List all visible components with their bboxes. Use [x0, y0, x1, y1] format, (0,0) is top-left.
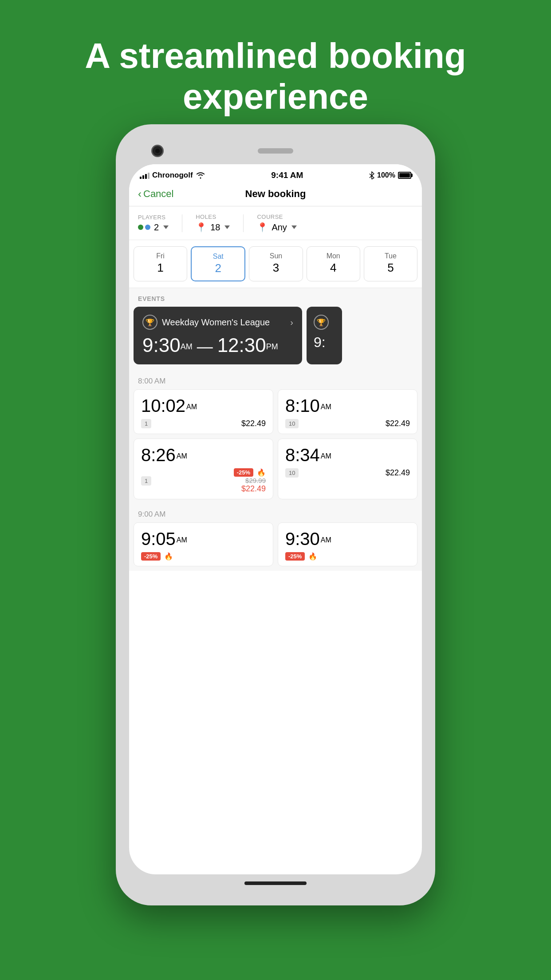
home-indicator [244, 881, 307, 885]
hot-icon-5: 🔥 [164, 552, 173, 561]
timeslot-834[interactable]: 8:34AM 10 $22.49 [278, 439, 417, 499]
timeslot-810[interactable]: 8:10AM 10 $22.49 [278, 389, 417, 434]
battery-percent: 100% [377, 171, 395, 179]
phone-frame: Chronogolf 9:41 AM 100% [116, 124, 435, 905]
filter-divider-1 [182, 214, 182, 232]
timeslot-time-row-6: 9:30AM [285, 530, 410, 548]
back-chevron-icon: ‹ [138, 188, 142, 200]
event-name: Weekday Women's League [162, 317, 270, 328]
timeslot-905[interactable]: 9:05AM -25% 🔥 [134, 522, 273, 566]
event-card-partial: 🏆 9: [307, 307, 342, 364]
signal-bars-icon [140, 172, 150, 179]
date-day-3: Mon [311, 252, 356, 260]
timeslot-suffix-5: AM [177, 536, 187, 544]
nav-bar: ‹ Cancel New booking [129, 184, 422, 206]
discount-badge-5: -25% [141, 552, 161, 561]
timeslot-time-3: 8:26 [141, 445, 176, 465]
timeslot-price-2: $22.49 [386, 419, 410, 428]
event-title-left: 🏆 Weekday Women's League [142, 315, 270, 330]
timeslot-suffix-6: AM [321, 536, 331, 544]
course-filter[interactable]: COURSE 📍 Any [257, 213, 296, 233]
discount-badge: -25% [234, 468, 253, 477]
trophy-icon-partial: 🏆 [314, 315, 329, 330]
discount-row-5: -25% 🔥 [141, 552, 173, 561]
date-day-4: Tue [368, 252, 413, 260]
bluetooth-icon [369, 171, 374, 179]
events-header: EVENTS [129, 288, 422, 307]
events-scroll: 🏆 Weekday Women's League › 9:30AM — 1 [129, 307, 422, 371]
holes-value-row: 📍 18 [196, 222, 230, 233]
partial-time: 9: [314, 334, 335, 351]
battery-icon [398, 172, 411, 179]
cancel-button[interactable]: ‹ Cancel [138, 188, 173, 200]
status-right: 100% [369, 171, 411, 179]
event-end-time: 12:30PM [217, 334, 278, 356]
timeslot-826[interactable]: 8:26AM 1 -25% 🔥 $29.99 $22.49 [134, 439, 273, 499]
discount-row-6: -25% 🔥 [285, 552, 317, 561]
date-day-1: Sat [195, 253, 241, 261]
date-num-1: 2 [195, 261, 241, 275]
player-dot-1 [138, 225, 143, 230]
timeslot-footer: 1 $22.49 [141, 419, 266, 428]
holes-label: HOLES [196, 213, 230, 220]
timeslot-footer-2: 10 $22.49 [285, 419, 410, 428]
date-num-0: 1 [138, 261, 183, 275]
cancel-label: Cancel [143, 188, 173, 200]
hot-icon-6: 🔥 [308, 552, 317, 561]
date-fri-1[interactable]: Fri 1 [134, 246, 187, 281]
timeslot-suffix: AM [186, 403, 197, 411]
timeslot-time-row-5: 9:05AM [141, 530, 266, 548]
timeslot-footer-6: -25% 🔥 [285, 552, 410, 561]
event-start-time: 9:30AM [142, 334, 193, 356]
date-sat-2[interactable]: Sat 2 [191, 246, 245, 281]
players-dropdown-icon [163, 225, 169, 229]
timeslot-footer-3: 1 -25% 🔥 $29.99 $22.49 [141, 468, 266, 494]
timeslot-930[interactable]: 9:30AM -25% 🔥 [278, 522, 417, 566]
timeslot-price: $22.49 [241, 419, 266, 428]
timeslot-time-row-3: 8:26AM [141, 446, 266, 464]
phone-camera [151, 145, 164, 157]
players-value-row: 2 [138, 222, 169, 233]
event-card-1[interactable]: 🏆 Weekday Women's League › 9:30AM — 1 [134, 307, 302, 364]
players-badge-2: 10 [285, 419, 299, 428]
original-price: $29.99 [245, 477, 266, 484]
timeslot-time-5: 9:05 [141, 529, 176, 549]
events-section: EVENTS 🏆 Weekday Women's League › [129, 288, 422, 371]
holes-filter[interactable]: HOLES 📍 18 [196, 213, 230, 233]
course-value: Any [272, 222, 287, 233]
trophy-icon: 🏆 [142, 315, 157, 330]
course-pin-icon: 📍 [257, 222, 268, 233]
hot-icon: 🔥 [257, 468, 266, 477]
players-badge-4: 10 [285, 468, 299, 478]
bg-headline: A streamlined booking experience [0, 0, 551, 144]
player-dot-2 [145, 225, 150, 230]
timeslots-grid-1: 10:02AM 1 $22.49 8:10AM 10 [129, 389, 422, 504]
discount-badge-6: -25% [285, 552, 305, 561]
date-num-2: 3 [253, 261, 299, 275]
date-tue-5[interactable]: Tue 5 [364, 246, 417, 281]
carrier-name: Chronogolf [152, 171, 193, 180]
timeslot-suffix-4: AM [321, 452, 331, 460]
date-mon-4[interactable]: Mon 4 [307, 246, 360, 281]
event-time-row: 9:30AM — 12:30PM [142, 334, 293, 356]
phone-speaker [258, 148, 293, 154]
timeslot-time-2: 8:10 [285, 396, 320, 415]
event-chevron-icon: › [290, 317, 293, 328]
sale-price: $22.49 [241, 484, 266, 494]
timeslot-time-6: 9:30 [285, 529, 320, 549]
headline-line1: A streamlined booking [85, 36, 466, 75]
timeslot-footer-5: -25% 🔥 [141, 552, 266, 561]
players-badge-3: 1 [141, 476, 151, 486]
screen: Chronogolf 9:41 AM 100% [129, 164, 422, 874]
timeslot-footer-4: 10 $22.49 [285, 468, 410, 478]
timeslot-1002[interactable]: 10:02AM 1 $22.49 [134, 389, 273, 434]
date-sun-3[interactable]: Sun 3 [249, 246, 303, 281]
timeslots-section-1: 8:00 AM 10:02AM 1 $22.49 [129, 371, 422, 504]
price-row-3: -25% 🔥 $29.99 $22.49 [234, 468, 266, 494]
wifi-icon [196, 172, 205, 179]
date-day-2: Sun [253, 252, 299, 260]
status-bar: Chronogolf 9:41 AM 100% [129, 164, 422, 184]
players-filter[interactable]: PLAYERS 2 [138, 214, 169, 233]
status-left: Chronogolf [140, 171, 205, 180]
filter-section: PLAYERS 2 HOLES 📍 [129, 206, 422, 240]
